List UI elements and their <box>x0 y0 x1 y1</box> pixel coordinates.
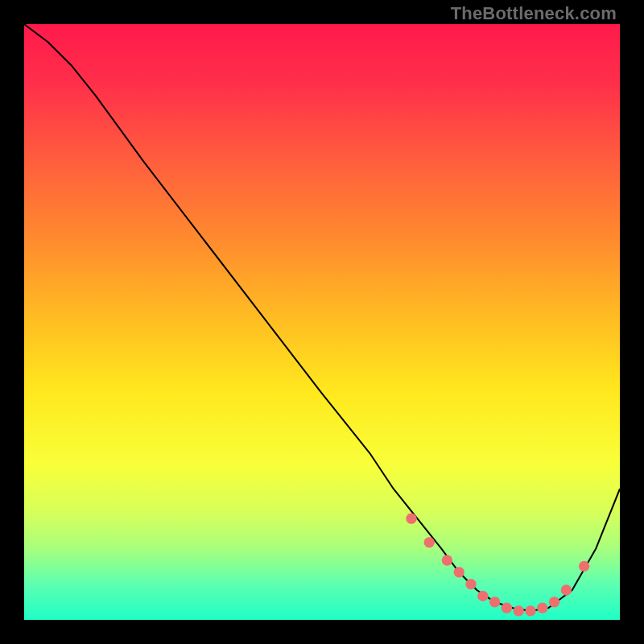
data-marker <box>406 514 416 524</box>
markers-group <box>406 514 589 617</box>
chart-svg <box>24 24 620 620</box>
data-marker <box>561 584 572 595</box>
watermark-text: TheBottleneck.com <box>451 3 617 24</box>
plot-area <box>24 24 620 620</box>
data-marker <box>465 579 476 589</box>
bottleneck-curve <box>24 24 620 611</box>
data-marker <box>489 597 500 607</box>
data-marker <box>502 603 512 613</box>
data-marker <box>579 561 589 572</box>
data-marker <box>537 603 547 613</box>
data-marker <box>442 555 452 565</box>
data-marker <box>424 537 435 547</box>
data-marker <box>514 605 524 616</box>
chart-frame: TheBottleneck.com <box>0 0 644 644</box>
data-marker <box>477 591 488 601</box>
data-marker <box>454 567 464 577</box>
data-marker <box>525 605 535 616</box>
data-marker <box>549 597 559 607</box>
